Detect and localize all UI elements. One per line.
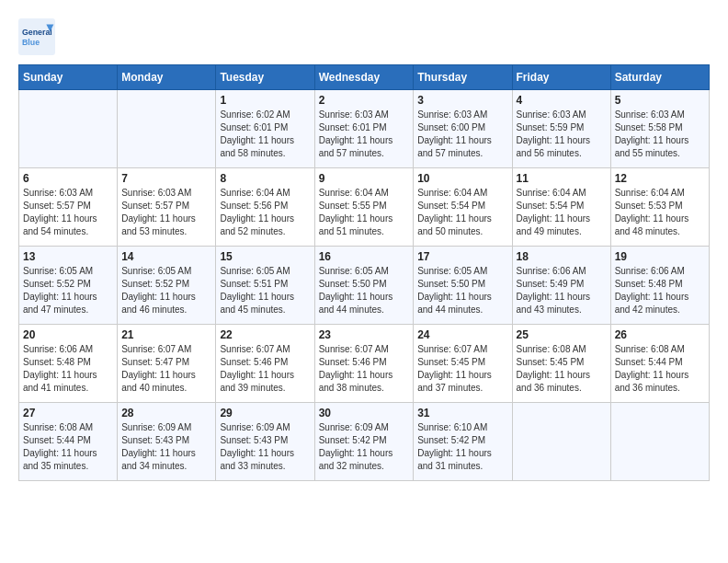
day-info: Sunrise: 6:03 AM Sunset: 5:59 PM Dayligh… [517,109,607,160]
day-info: Sunrise: 6:08 AM Sunset: 5:45 PM Dayligh… [517,343,607,395]
day-info: Sunrise: 6:09 AM Sunset: 5:42 PM Dayligh… [319,421,410,473]
day-info: Sunrise: 6:02 AM Sunset: 6:01 PM Dayligh… [220,109,310,160]
header-monday: Monday [118,65,216,90]
calendar-cell [610,403,709,481]
day-number: 19 [615,250,705,263]
day-info: Sunrise: 6:03 AM Sunset: 5:58 PM Dayligh… [615,109,705,160]
day-number: 14 [121,250,211,263]
calendar-cell: 31Sunrise: 6:10 AM Sunset: 5:42 PM Dayli… [414,403,512,481]
day-number: 16 [319,250,410,263]
calendar-cell: 8Sunrise: 6:04 AM Sunset: 5:56 PM Daylig… [216,168,314,247]
day-number: 18 [517,250,607,263]
calendar-cell: 23Sunrise: 6:07 AM Sunset: 5:46 PM Dayli… [314,325,414,403]
calendar-week-row: 6Sunrise: 6:03 AM Sunset: 5:57 PM Daylig… [19,168,710,247]
calendar-week-row: 20Sunrise: 6:06 AM Sunset: 5:48 PM Dayli… [19,325,710,403]
calendar-cell: 1Sunrise: 6:02 AM Sunset: 6:01 PM Daylig… [216,90,314,168]
day-number: 7 [121,172,211,185]
day-number: 12 [615,172,705,185]
calendar-cell: 13Sunrise: 6:05 AM Sunset: 5:52 PM Dayli… [19,247,118,325]
day-number: 22 [220,328,310,341]
day-number: 1 [220,94,310,107]
day-number: 27 [23,407,113,419]
day-number: 29 [220,407,310,419]
calendar-cell: 12Sunrise: 6:04 AM Sunset: 5:53 PM Dayli… [610,168,709,247]
logo-icon: General Blue [18,18,55,55]
day-number: 13 [23,250,113,263]
day-number: 23 [319,328,410,341]
calendar-cell [19,90,118,168]
day-info: Sunrise: 6:05 AM Sunset: 5:50 PM Dayligh… [319,265,410,316]
day-info: Sunrise: 6:09 AM Sunset: 5:43 PM Dayligh… [220,421,310,473]
calendar-cell: 2Sunrise: 6:03 AM Sunset: 6:01 PM Daylig… [314,90,414,168]
day-info: Sunrise: 6:04 AM Sunset: 5:56 PM Dayligh… [220,187,310,238]
day-number: 10 [417,172,507,185]
day-info: Sunrise: 6:10 AM Sunset: 5:42 PM Dayligh… [417,421,507,473]
day-number: 11 [517,172,607,185]
day-number: 21 [121,328,211,341]
calendar-cell: 9Sunrise: 6:04 AM Sunset: 5:55 PM Daylig… [314,168,414,247]
calendar-cell: 7Sunrise: 6:03 AM Sunset: 5:57 PM Daylig… [118,168,216,247]
calendar-cell: 22Sunrise: 6:07 AM Sunset: 5:46 PM Dayli… [216,325,314,403]
logo: General Blue [18,18,60,55]
header-sunday: Sunday [19,65,118,90]
svg-text:Blue: Blue [22,38,40,47]
day-info: Sunrise: 6:09 AM Sunset: 5:43 PM Dayligh… [121,421,211,473]
header-thursday: Thursday [414,65,512,90]
day-number: 20 [23,328,113,341]
header-friday: Friday [512,65,610,90]
calendar-week-row: 27Sunrise: 6:08 AM Sunset: 5:44 PM Dayli… [19,403,710,481]
day-number: 24 [417,328,507,341]
day-info: Sunrise: 6:05 AM Sunset: 5:52 PM Dayligh… [121,265,211,316]
day-info: Sunrise: 6:03 AM Sunset: 6:01 PM Dayligh… [319,109,410,160]
calendar-cell [118,90,216,168]
day-number: 17 [417,250,507,263]
day-info: Sunrise: 6:04 AM Sunset: 5:54 PM Dayligh… [517,187,607,238]
day-info: Sunrise: 6:04 AM Sunset: 5:53 PM Dayligh… [615,187,705,238]
day-info: Sunrise: 6:05 AM Sunset: 5:50 PM Dayligh… [417,265,507,316]
calendar-cell: 6Sunrise: 6:03 AM Sunset: 5:57 PM Daylig… [19,168,118,247]
day-number: 3 [417,94,507,107]
header-tuesday: Tuesday [216,65,314,90]
day-number: 5 [615,94,705,107]
day-number: 2 [319,94,410,107]
day-info: Sunrise: 6:06 AM Sunset: 5:49 PM Dayligh… [517,265,607,316]
calendar-cell: 4Sunrise: 6:03 AM Sunset: 5:59 PM Daylig… [512,90,610,168]
calendar-week-row: 13Sunrise: 6:05 AM Sunset: 5:52 PM Dayli… [19,247,710,325]
day-number: 31 [417,407,507,419]
day-number: 25 [517,328,607,341]
day-info: Sunrise: 6:05 AM Sunset: 5:52 PM Dayligh… [23,265,113,316]
calendar-cell: 19Sunrise: 6:06 AM Sunset: 5:48 PM Dayli… [610,247,709,325]
day-number: 4 [517,94,607,107]
day-info: Sunrise: 6:06 AM Sunset: 5:48 PM Dayligh… [615,265,705,316]
day-info: Sunrise: 6:07 AM Sunset: 5:45 PM Dayligh… [417,343,507,395]
day-number: 8 [220,172,310,185]
day-info: Sunrise: 6:03 AM Sunset: 5:57 PM Dayligh… [121,187,211,238]
header-wednesday: Wednesday [314,65,414,90]
calendar-cell: 14Sunrise: 6:05 AM Sunset: 5:52 PM Dayli… [118,247,216,325]
calendar-cell: 25Sunrise: 6:08 AM Sunset: 5:45 PM Dayli… [512,325,610,403]
svg-rect-0 [18,18,55,55]
calendar-cell: 27Sunrise: 6:08 AM Sunset: 5:44 PM Dayli… [19,403,118,481]
calendar-cell: 5Sunrise: 6:03 AM Sunset: 5:58 PM Daylig… [610,90,709,168]
calendar-cell: 21Sunrise: 6:07 AM Sunset: 5:47 PM Dayli… [118,325,216,403]
calendar-week-row: 1Sunrise: 6:02 AM Sunset: 6:01 PM Daylig… [19,90,710,168]
day-number: 26 [615,328,705,341]
day-number: 9 [319,172,410,185]
day-info: Sunrise: 6:07 AM Sunset: 5:46 PM Dayligh… [220,343,310,395]
day-info: Sunrise: 6:03 AM Sunset: 5:57 PM Dayligh… [23,187,113,238]
svg-text:General: General [22,28,52,37]
header-saturday: Saturday [610,65,709,90]
calendar-cell: 26Sunrise: 6:08 AM Sunset: 5:44 PM Dayli… [610,325,709,403]
calendar-table: SundayMondayTuesdayWednesdayThursdayFrid… [18,64,710,481]
calendar-cell: 20Sunrise: 6:06 AM Sunset: 5:48 PM Dayli… [19,325,118,403]
day-info: Sunrise: 6:04 AM Sunset: 5:55 PM Dayligh… [319,187,410,238]
day-info: Sunrise: 6:08 AM Sunset: 5:44 PM Dayligh… [615,343,705,395]
calendar-cell: 17Sunrise: 6:05 AM Sunset: 5:50 PM Dayli… [414,247,512,325]
calendar-cell: 24Sunrise: 6:07 AM Sunset: 5:45 PM Dayli… [414,325,512,403]
day-info: Sunrise: 6:04 AM Sunset: 5:54 PM Dayligh… [417,187,507,238]
calendar-cell: 18Sunrise: 6:06 AM Sunset: 5:49 PM Dayli… [512,247,610,325]
day-info: Sunrise: 6:07 AM Sunset: 5:47 PM Dayligh… [121,343,211,395]
calendar-cell: 15Sunrise: 6:05 AM Sunset: 5:51 PM Dayli… [216,247,314,325]
day-number: 30 [319,407,410,419]
calendar-cell: 29Sunrise: 6:09 AM Sunset: 5:43 PM Dayli… [216,403,314,481]
